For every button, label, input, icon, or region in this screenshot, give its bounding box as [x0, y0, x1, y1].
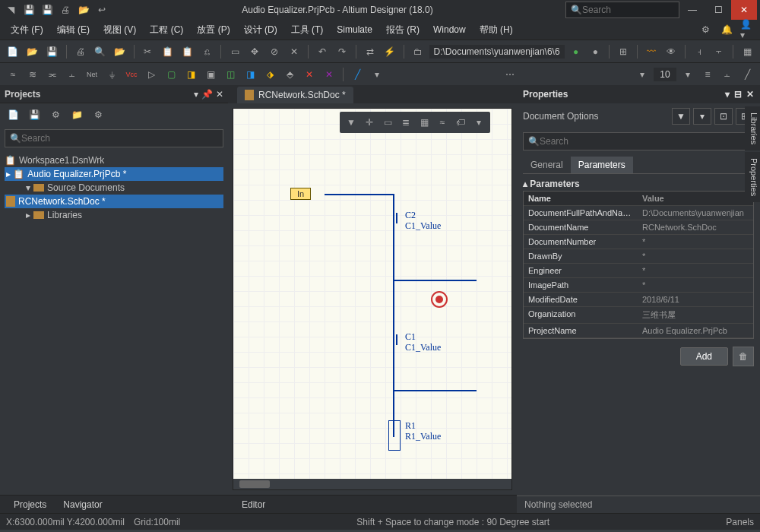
page-number[interactable]: 10	[654, 68, 676, 81]
panel-pin-icon[interactable]: 📌	[201, 89, 213, 100]
wire-branch-1[interactable]	[393, 280, 477, 281]
tab-general[interactable]: General	[523, 157, 571, 173]
menu-file[interactable]: 文件 (F)	[5, 21, 49, 39]
proj-settings-icon[interactable]: ⚙	[90, 106, 106, 123]
rubber-stamp-icon[interactable]: ⎌	[198, 43, 215, 60]
vline-style-icon[interactable]: ⫠	[719, 66, 736, 83]
menu-place[interactable]: 放置 (P)	[191, 21, 236, 39]
user-icon[interactable]: 👤▾	[740, 22, 755, 37]
copy-icon[interactable]: 📋	[159, 43, 176, 60]
delete-button[interactable]: 🗑	[733, 347, 754, 366]
annotate-icon[interactable]: 🏷	[452, 114, 469, 131]
menu-simulate[interactable]: Simulate	[331, 22, 378, 37]
new-doc-icon[interactable]: 📄	[5, 43, 21, 60]
bell-icon[interactable]: 🔔	[719, 22, 734, 37]
port-icon[interactable]: ⬗	[261, 66, 278, 83]
menu-project[interactable]: 工程 (C)	[144, 21, 189, 39]
proj-save-icon[interactable]: 💾	[26, 106, 43, 123]
signal-harness-icon[interactable]: ⫘	[44, 66, 61, 83]
menu-help[interactable]: 帮助 (H)	[473, 21, 519, 39]
prop-pin-icon[interactable]: ⊟	[734, 89, 742, 100]
align-top-icon[interactable]: ⫟	[711, 43, 727, 60]
preview-icon[interactable]: 🔍	[92, 43, 109, 60]
undo-arrow-icon[interactable]: ↩	[94, 2, 109, 17]
browse-icon[interactable]: ⚡	[382, 43, 398, 60]
harness-entry-icon[interactable]: ◨	[242, 66, 258, 83]
save-all-icon[interactable]: 💾	[40, 2, 55, 17]
horizontal-scrollbar[interactable]	[233, 479, 511, 489]
dropdown-icon[interactable]: ▾	[369, 66, 385, 83]
more-icon[interactable]: ▾	[470, 114, 487, 131]
table-row[interactable]: Engineer*	[524, 264, 753, 278]
panel-dropdown-icon[interactable]: ▾	[194, 89, 198, 100]
global-search[interactable]: 🔍	[565, 2, 679, 18]
proj-compile-icon[interactable]: ⚙	[47, 106, 64, 123]
waveform-icon[interactable]: 〰	[643, 43, 660, 60]
capacitor-c1[interactable]	[387, 334, 402, 345]
tree-schdoc[interactable]: RCNetwork.SchDoc *	[5, 195, 223, 208]
menu-window[interactable]: Window	[427, 22, 472, 37]
selection-icon[interactable]: ▭	[379, 114, 396, 131]
port-in[interactable]: In	[290, 188, 311, 200]
sheet-symbol-icon[interactable]: ▢	[163, 66, 179, 83]
redo-icon[interactable]: ↷	[334, 43, 350, 60]
filter-funnel-icon[interactable]: ▼	[672, 108, 690, 125]
gear-icon[interactable]: ⚙	[698, 22, 713, 37]
open-folder-icon[interactable]: 📂	[24, 43, 41, 60]
sheet-entry-icon[interactable]: ◨	[182, 66, 199, 83]
eye-icon[interactable]: 👁	[663, 43, 679, 60]
align-icon[interactable]: ≣	[397, 114, 414, 131]
wire-horizontal[interactable]	[325, 194, 394, 195]
menu-tools[interactable]: 工具 (T)	[285, 21, 330, 39]
table-row[interactable]: DrawnBy*	[524, 249, 753, 264]
filter-icon[interactable]: ▼	[343, 114, 359, 131]
prop-dropdown-icon[interactable]: ▾	[725, 89, 730, 100]
col-value[interactable]: Value	[638, 192, 753, 205]
offsheet-icon[interactable]: ⬘	[281, 66, 298, 83]
overflow-icon[interactable]: ⋯	[502, 66, 518, 83]
hline-style-icon[interactable]: ≡	[699, 66, 716, 83]
properties-search[interactable]: 🔍	[523, 132, 754, 150]
table-row[interactable]: DocumentNameRCNetwork.SchDoc	[524, 220, 753, 235]
side-tab-libraries[interactable]: Libraries	[745, 106, 760, 150]
maximize-button[interactable]: ☐	[705, 0, 731, 20]
nav-fwd-icon[interactable]: ●	[587, 43, 604, 60]
wire-vertical[interactable]	[393, 194, 394, 437]
table-row[interactable]: DocumentNumber*	[524, 235, 753, 249]
open2-icon[interactable]: 📂	[112, 43, 128, 60]
undo-icon[interactable]: ↶	[314, 43, 331, 60]
wire-branch-2[interactable]	[393, 390, 477, 391]
generic-noerc-icon[interactable]: ✕	[321, 66, 337, 83]
tab-editor[interactable]: Editor	[234, 497, 273, 512]
status-panels-button[interactable]: Panels	[726, 517, 754, 527]
harness-conn-icon[interactable]: ◫	[222, 66, 239, 83]
prop-close-icon[interactable]: ✕	[746, 89, 754, 100]
print2-icon[interactable]: 🖨	[72, 43, 89, 60]
net-label-icon[interactable]: Net	[84, 66, 100, 83]
wire2-icon[interactable]: ≈	[434, 114, 451, 131]
tab-projects[interactable]: Projects	[6, 497, 54, 512]
tab-parameters[interactable]: Parameters	[571, 157, 633, 173]
close-button[interactable]: ✕	[731, 0, 757, 20]
panel-close-icon[interactable]: ✕	[216, 89, 223, 100]
global-search-input[interactable]	[582, 5, 674, 15]
page-dropdown2-icon[interactable]: ▾	[679, 66, 696, 83]
align-left-icon[interactable]: ⫞	[691, 43, 708, 60]
move-icon[interactable]: ✥	[246, 43, 263, 60]
tree-libraries[interactable]: ▸ Libraries	[5, 208, 223, 222]
nav-back-icon[interactable]: ●	[568, 43, 584, 60]
part-icon[interactable]: ▷	[143, 66, 160, 83]
save-icon[interactable]: 💾	[21, 2, 36, 17]
no-erc-icon[interactable]: ✕	[301, 66, 318, 83]
menu-report[interactable]: 报告 (R)	[380, 21, 426, 39]
table-row[interactable]: Organization三维书屋	[524, 307, 753, 324]
path-display[interactable]: D:\Documents\yuanwenjian\6\6	[429, 45, 565, 59]
resistor-r1[interactable]	[388, 420, 401, 451]
tree-project[interactable]: ▸ 📋 Audio Equalizer.PrjPcb *	[5, 167, 223, 181]
component-icon[interactable]: ▦	[416, 114, 432, 131]
menu-design[interactable]: 设计 (D)	[238, 21, 283, 39]
tab-navigator[interactable]: Navigator	[55, 497, 109, 512]
side-tab-properties[interactable]: Properties	[745, 152, 760, 202]
bus-icon[interactable]: ≋	[24, 66, 41, 83]
gnd-icon[interactable]: ⏚	[103, 66, 120, 83]
